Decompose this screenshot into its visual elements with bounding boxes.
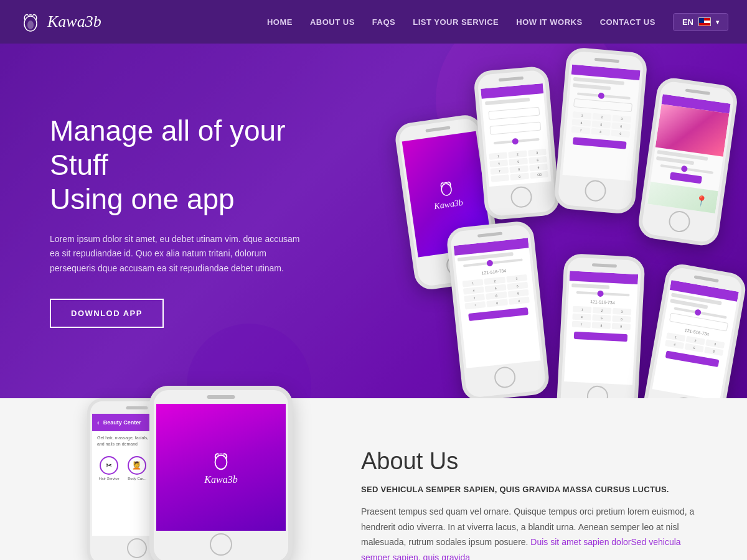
phones-area: Kawa3b 123 456 789 0⌫ (330, 44, 747, 398)
about-subtitle: SED VEHICULA SEMPER SAPIEN, QUIS GRAVIDA… (361, 485, 697, 494)
nav-about[interactable]: ABOUT US (310, 17, 355, 27)
lang-label: EN (682, 17, 693, 27)
phone-mockup-7: 121-516-734 123 456 (640, 262, 747, 398)
phone-screen-7: 121-516-734 123 456 (652, 280, 739, 398)
phone-screen-5: 121-516-734 123 456 789 *0# (454, 238, 541, 368)
hero-section: Manage all of your StuffUsing one app Lo… (0, 44, 747, 398)
hero-title: Manage all of your StuffUsing one app (50, 114, 311, 217)
about-phone-front-screen: Kawa3b (156, 404, 286, 531)
chevron-down-icon: ▾ (716, 19, 719, 26)
phone-mockup-2: 123 456 789 0⌫ (473, 65, 560, 221)
hero-description: Lorem ipsum dolor sit amet, eu debet uti… (50, 232, 311, 276)
brand-logo-icon (19, 10, 42, 34)
phone-screen-6: 121-516-734 123 456 789 (564, 271, 638, 385)
nav-links: HOME ABOUT US FAQS LIST YOUR SERVICE HOW… (267, 13, 728, 31)
svg-point-3 (215, 455, 227, 469)
service-hair: ✂ Hair Service (97, 456, 121, 480)
service-body: 💆 Body Car... (125, 456, 149, 480)
about-phones-preview: ‹ Beauty Center Get hair, massage, facia… (50, 386, 324, 560)
flag-icon (698, 17, 711, 26)
about-phone-brand: Kawa3b (204, 449, 237, 485)
phone-screen-4: 📍 (647, 94, 731, 213)
about-section: ‹ Beauty Center Get hair, massage, facia… (0, 398, 747, 560)
brand-logo[interactable]: Kawa3b (19, 10, 101, 34)
nav-home[interactable]: HOME (267, 17, 293, 27)
hero-content: Manage all of your StuffUsing one app Lo… (0, 77, 361, 365)
about-phone-front: Kawa3b (149, 386, 293, 560)
body-service-icon: 💆 (128, 456, 146, 475)
navbar: Kawa3b HOME ABOUT US FAQS LIST YOUR SERV… (0, 0, 747, 44)
nav-faqs[interactable]: FAQS (372, 17, 395, 27)
phone-brand: Kawa3b (431, 177, 464, 212)
download-app-button[interactable]: DOWNLOD APP (50, 299, 164, 328)
about-phone-header-title: Beauty Center (103, 419, 141, 426)
hair-service-icon: ✂ (100, 456, 118, 475)
brand-name: Kawa3b (47, 12, 101, 31)
about-phone-front-purple: Kawa3b (156, 404, 286, 531)
nav-list-service[interactable]: LIST YOUR SERVICE (413, 17, 499, 27)
svg-point-1 (27, 21, 34, 29)
phone-mockup-4: 📍 (637, 76, 740, 248)
phone-mockup-3: 123 456 789 (553, 47, 648, 215)
phone-mockup-5: 121-516-734 123 456 789 *0# (446, 220, 551, 398)
phone-screen-2: 123 456 789 0⌫ (481, 83, 551, 187)
nav-contact[interactable]: CONTACT US (600, 17, 655, 27)
about-heading: About Us (361, 448, 697, 475)
about-text: About Us SED VEHICULA SEMPER SAPIEN, QUI… (361, 436, 697, 560)
phone-screen-3: 123 456 789 (563, 65, 641, 181)
lang-switcher[interactable]: EN ▾ (673, 13, 728, 31)
phone-mockup-6: 121-516-734 123 456 789 (556, 253, 645, 398)
nav-how-it-works[interactable]: HOW IT WORKS (516, 17, 582, 27)
about-body: Praesent tempus sed quam vel ornare. Qui… (361, 504, 697, 560)
